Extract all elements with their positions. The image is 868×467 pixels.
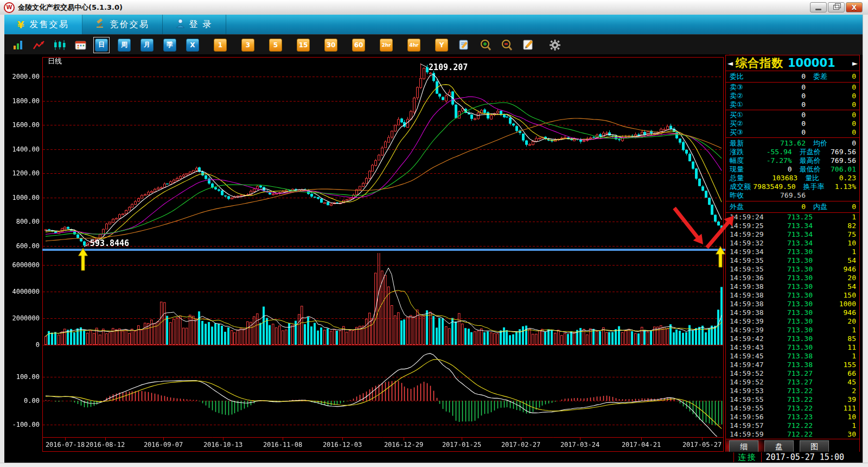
- tick-row: 14:59:38713.30946: [726, 308, 859, 317]
- status-bar: 连接 2017-05-27 15:00: [4, 452, 863, 463]
- tick-row: 14:59:52713.2766: [726, 369, 859, 378]
- sell-orders-box: 卖③00卖②00卖①00: [725, 82, 860, 110]
- field-label: 卖①: [730, 100, 758, 109]
- interval-button-1[interactable]: 1: [214, 39, 227, 52]
- tick-time: 14:59:38: [730, 308, 773, 317]
- edit-icon[interactable]: [521, 39, 534, 52]
- tick-price: 713.22: [773, 404, 827, 413]
- interval-button-3[interactable]: 3: [241, 39, 254, 52]
- minimize-icon: [815, 9, 821, 10]
- interval-button-5[interactable]: 5: [269, 39, 282, 52]
- info-row: 总量103683量比0.23: [726, 174, 859, 182]
- interval-button-4hr[interactable]: 4hr: [407, 39, 420, 52]
- minute-button-wrap: 1: [212, 37, 228, 53]
- tick-time: 14:59:43: [730, 343, 773, 352]
- field-value: 769.56: [758, 191, 806, 200]
- interval-button-30[interactable]: 30: [324, 39, 337, 52]
- tick-list[interactable]: 14:59:24713.25114:59:25713.348214:59:297…: [725, 212, 860, 439]
- close-button[interactable]: X: [846, 2, 863, 12]
- interval-button-Y[interactable]: Y: [435, 39, 448, 52]
- tick-volume: 45: [827, 378, 856, 387]
- tick-time: 14:59:38: [730, 282, 773, 291]
- nav-tab-sale-trade[interactable]: ¥发售交易: [4, 15, 82, 34]
- status-separator: [733, 452, 734, 462]
- tick-row: 14:59:55713.22111: [726, 404, 859, 413]
- tick-price: 713.25: [773, 213, 827, 222]
- minute-button-wrap: 15: [295, 37, 311, 53]
- zoom-in-icon[interactable]: [479, 39, 492, 52]
- candlestick-chart-canvas[interactable]: [4, 54, 729, 453]
- period-button-日[interactable]: 日: [95, 39, 108, 52]
- title-bar[interactable]: W 金陵文化产权交易中心(5.1.3.0) X: [0, 0, 868, 15]
- interval-button-2hr[interactable]: 2hr: [380, 39, 393, 52]
- period-button-季[interactable]: 季: [163, 39, 176, 52]
- minute-button-wrap: Y: [433, 37, 450, 53]
- field-value: 0: [758, 128, 806, 137]
- restore-icon: [833, 5, 839, 10]
- tick-time: 14:59:53: [730, 387, 773, 395]
- period-button-wrap: 周: [116, 37, 132, 53]
- window-frame-right: [863, 15, 868, 467]
- period-button-wrap: 季: [162, 37, 178, 53]
- bar-chart-icon[interactable]: [12, 39, 25, 52]
- period-button-wrap: 月: [139, 37, 155, 53]
- tick-volume: 1: [827, 326, 856, 335]
- period-button-月[interactable]: 月: [141, 39, 154, 52]
- tick-row: 14:59:56713.2310: [726, 413, 859, 421]
- panel-tab-细[interactable]: 细: [729, 440, 758, 453]
- field-label: 开盘价: [792, 148, 831, 156]
- tick-row: 14:59:29713.3475: [726, 230, 859, 239]
- period-button-wrap: X: [184, 37, 201, 53]
- nav-tab-login[interactable]: 登 录: [163, 15, 226, 34]
- restore-button[interactable]: [828, 2, 845, 12]
- tick-time: 14:59:42: [730, 335, 773, 343]
- tick-time: 14:59:47: [730, 361, 773, 369]
- panel-tab-图[interactable]: 图: [800, 440, 829, 453]
- field-value: 103683: [755, 174, 797, 182]
- settings-icon[interactable]: [548, 39, 561, 52]
- tick-time: 14:59:57: [730, 421, 773, 430]
- tick-row: 14:59:25713.3482: [726, 222, 859, 230]
- nav-tab-auction-trade[interactable]: 竞价交易: [82, 15, 163, 34]
- tick-row: 14:59:45713.381: [726, 352, 859, 361]
- tick-price: 713.38: [773, 361, 827, 369]
- tick-time: 14:59:59: [730, 430, 773, 439]
- close-icon: X: [852, 4, 857, 11]
- trading-terminal-window: { "window": { "title": "金陵文化产权交易中心(5.1.3…: [0, 0, 868, 467]
- tick-time: 14:59:55: [730, 404, 773, 413]
- field-value: 0: [758, 83, 806, 92]
- period-button-周[interactable]: 周: [118, 39, 131, 52]
- candlestick-icon[interactable]: [53, 39, 66, 52]
- interval-button-60[interactable]: 60: [352, 39, 365, 52]
- tick-price: 713.30: [773, 265, 827, 274]
- tick-volume: 75: [827, 230, 856, 239]
- minute-button-wrap: 2hr: [378, 37, 394, 53]
- field-label: 买③: [730, 128, 758, 137]
- tick-volume: 1: [827, 421, 856, 430]
- tick-row: 14:59:47713.38155: [726, 361, 859, 369]
- tick-volume: 1000: [827, 300, 856, 308]
- field-value: 0: [758, 111, 806, 119]
- interval-button-15[interactable]: 15: [297, 39, 310, 52]
- field-value: 7983549.50: [753, 182, 795, 191]
- panel-tab-盘[interactable]: 盘: [764, 440, 794, 453]
- tick-time: 14:59:52: [730, 369, 773, 378]
- prev-symbol-arrow[interactable]: ◄: [726, 59, 735, 67]
- line-chart-icon[interactable]: [33, 39, 46, 52]
- field-value: 0: [851, 203, 856, 211]
- window-frame-bottom: [0, 463, 868, 467]
- tick-volume: 20: [827, 317, 856, 326]
- zoom-out-icon[interactable]: [500, 39, 513, 52]
- buy-orders-box: 买①00买②00买③00: [725, 110, 860, 138]
- field-label: 量比: [797, 174, 839, 182]
- tick-volume: 1: [827, 248, 856, 256]
- note-edit-icon[interactable]: [458, 39, 471, 52]
- next-symbol-arrow[interactable]: ►: [851, 59, 859, 67]
- calendar-icon[interactable]: [74, 39, 87, 52]
- inner-outer-volume-box: 外盘0内盘0: [725, 201, 860, 213]
- field-label: 委比: [730, 72, 758, 81]
- period-button-X[interactable]: X: [186, 39, 199, 52]
- minimize-button[interactable]: [810, 2, 827, 12]
- field-label: 内盘: [806, 203, 851, 211]
- field-value: 0: [851, 111, 856, 119]
